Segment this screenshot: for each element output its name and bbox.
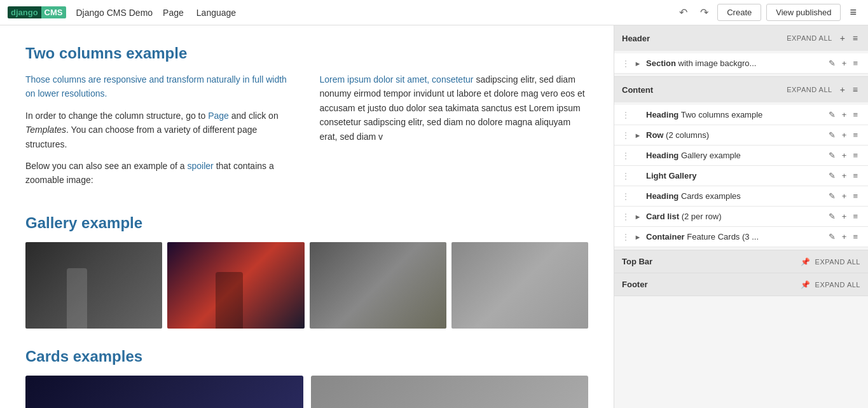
- logo-django: django: [8, 6, 41, 18]
- sidebar-topbar-header: Top Bar 📌 EXPAND ALL: [614, 250, 868, 273]
- item-edit-button[interactable]: ✎: [826, 190, 838, 202]
- item-menu-button[interactable]: ≡: [850, 231, 860, 243]
- col2-link[interactable]: Lorem ipsum dolor sit amet, consetetur: [320, 74, 474, 85]
- item-menu-button[interactable]: ≡: [850, 210, 860, 222]
- item-edit-button[interactable]: ✎: [826, 129, 838, 141]
- cards-section: Cards examples: [25, 348, 588, 408]
- hamburger-menu-button[interactable]: ≡: [846, 3, 860, 22]
- sidebar-topbar-section: Top Bar 📌 EXPAND ALL: [614, 250, 868, 273]
- topbar-nav: Page Language: [163, 8, 236, 18]
- item-actions: ✎ + ≡: [826, 109, 860, 121]
- item-edit-button[interactable]: ✎: [826, 210, 838, 222]
- card-preview-2[interactable]: [311, 376, 589, 408]
- footer-pin-icon: 📌: [801, 280, 810, 289]
- sidebar-item-light-gallery[interactable]: ⋮ Light Gallery ✎ + ≡: [614, 166, 868, 186]
- footer-expand-all[interactable]: EXPAND ALL: [815, 281, 860, 289]
- header-add-button[interactable]: +: [837, 32, 848, 44]
- item-menu-button[interactable]: ≡: [850, 190, 860, 202]
- header-expand-all[interactable]: EXPAND ALL: [787, 34, 832, 42]
- sidebar-item-heading-cards[interactable]: ⋮ Heading Cards examples ✎ + ≡: [614, 186, 868, 207]
- col1-link1[interactable]: Those columns are responsive and transfo…: [25, 74, 287, 99]
- item-edit-button[interactable]: ✎: [826, 149, 838, 161]
- item-menu-button[interactable]: ≡: [850, 129, 860, 141]
- expand-icon[interactable]: ►: [633, 233, 642, 241]
- item-menu-button[interactable]: ≡: [850, 149, 860, 161]
- gallery-image-3[interactable]: [310, 242, 446, 329]
- item-menu-button[interactable]: ≡: [850, 57, 860, 69]
- gallery-image-1[interactable]: [25, 242, 162, 329]
- sidebar-content-title: Content: [622, 85, 782, 95]
- sidebar-footer-header: Footer 📌 EXPAND ALL: [614, 273, 868, 296]
- item-label: Heading Gallery example: [646, 151, 822, 160]
- gallery-image-2[interactable]: [167, 242, 304, 329]
- item-edit-button[interactable]: ✎: [826, 170, 838, 182]
- item-edit-button[interactable]: ✎: [826, 231, 838, 243]
- item-add-button[interactable]: +: [839, 170, 850, 182]
- sidebar-item-section-image-bg[interactable]: ⋮ ► Section with image backgro... ✎ + ≡: [614, 53, 868, 74]
- sidebar-item-heading-gallery[interactable]: ⋮ Heading Gallery example ✎ + ≡: [614, 146, 868, 166]
- item-label: Heading Cards examples: [646, 191, 822, 201]
- two-columns-layout: Those columns are responsive and transfo…: [25, 72, 588, 195]
- topbar-expand-all[interactable]: EXPAND ALL: [815, 258, 860, 266]
- expand-icon[interactable]: ►: [633, 132, 642, 139]
- item-add-button[interactable]: +: [839, 129, 850, 141]
- sidebar-item-row-2col[interactable]: ⋮ ► Row (2 columns) ✎ + ≡: [614, 125, 868, 146]
- item-menu-button[interactable]: ≡: [850, 170, 860, 182]
- expand-icon: [633, 152, 642, 160]
- spoiler-link[interactable]: spoiler: [188, 161, 214, 171]
- content-area: Two columns example Those columns are re…: [0, 25, 614, 408]
- expand-icon[interactable]: ►: [633, 60, 642, 67]
- item-actions: ✎ + ≡: [826, 190, 860, 202]
- item-add-button[interactable]: +: [839, 149, 850, 161]
- content-expand-all[interactable]: EXPAND ALL: [787, 86, 832, 93]
- item-edit-button[interactable]: ✎: [826, 57, 838, 69]
- item-label: Heading Two columns example: [646, 110, 822, 119]
- column-1: Those columns are responsive and transfo…: [25, 72, 294, 195]
- item-add-button[interactable]: +: [839, 109, 850, 121]
- sidebar-content-section-header: Content EXPAND ALL + ≡: [614, 77, 868, 102]
- sidebar: Header EXPAND ALL + ≡ ⋮ ► Section with i…: [614, 25, 868, 408]
- item-add-button[interactable]: +: [839, 190, 850, 202]
- header-menu-button[interactable]: ≡: [850, 32, 860, 44]
- logo: djangoCMS: [8, 6, 66, 18]
- item-add-button[interactable]: +: [839, 210, 850, 222]
- card-preview-1[interactable]: [25, 376, 303, 408]
- gallery-heading: Gallery example: [25, 214, 588, 232]
- drag-handle: ⋮: [622, 192, 630, 201]
- main-layout: Two columns example Those columns are re…: [0, 25, 868, 408]
- expand-icon[interactable]: ►: [633, 213, 642, 221]
- page-link[interactable]: Page: [208, 111, 229, 121]
- site-name: Django CMS Demo: [76, 8, 153, 18]
- item-add-button[interactable]: +: [839, 57, 850, 69]
- create-button[interactable]: Create: [717, 4, 761, 21]
- item-add-button[interactable]: +: [839, 231, 850, 243]
- nav-language[interactable]: Language: [196, 8, 236, 18]
- undo-button[interactable]: ↶: [675, 4, 691, 21]
- gallery-image-4[interactable]: [451, 242, 588, 329]
- sidebar-header-title: Header: [622, 34, 782, 43]
- item-actions: ✎ + ≡: [826, 210, 860, 222]
- sidebar-header-section-header: Header EXPAND ALL + ≡: [614, 25, 868, 51]
- item-actions: ✎ + ≡: [826, 149, 860, 161]
- item-label: Row (2 columns): [646, 130, 822, 140]
- col1-para2: In order to change the column structure,…: [25, 109, 294, 151]
- sidebar-item-heading-two-cols[interactable]: ⋮ Heading Two columns example ✎ + ≡: [614, 105, 868, 125]
- sidebar-item-card-list[interactable]: ⋮ ► Card list (2 per row) ✎ + ≡: [614, 207, 868, 227]
- content-menu-button[interactable]: ≡: [850, 83, 860, 96]
- nav-page[interactable]: Page: [163, 8, 184, 18]
- item-edit-button[interactable]: ✎: [826, 109, 838, 121]
- gallery-section: Gallery example: [25, 214, 588, 329]
- content-add-button[interactable]: +: [837, 83, 848, 96]
- expand-icon: [633, 111, 642, 119]
- item-menu-button[interactable]: ≡: [850, 109, 860, 121]
- view-published-button[interactable]: View published: [766, 4, 841, 21]
- item-label: Container Feature Cards (3 ...: [646, 232, 822, 241]
- item-actions: ✎ + ≡: [826, 231, 860, 243]
- redo-button[interactable]: ↷: [696, 4, 712, 21]
- item-actions: ✎ + ≡: [826, 170, 860, 182]
- expand-icon: [633, 172, 642, 180]
- sidebar-item-container-feature[interactable]: ⋮ ► Container Feature Cards (3 ... ✎ + ≡: [614, 227, 868, 247]
- cards-preview: [25, 376, 588, 408]
- item-actions: ✎ + ≡: [826, 57, 860, 69]
- col2-text: Lorem ipsum dolor sit amet, consetetur s…: [320, 72, 589, 144]
